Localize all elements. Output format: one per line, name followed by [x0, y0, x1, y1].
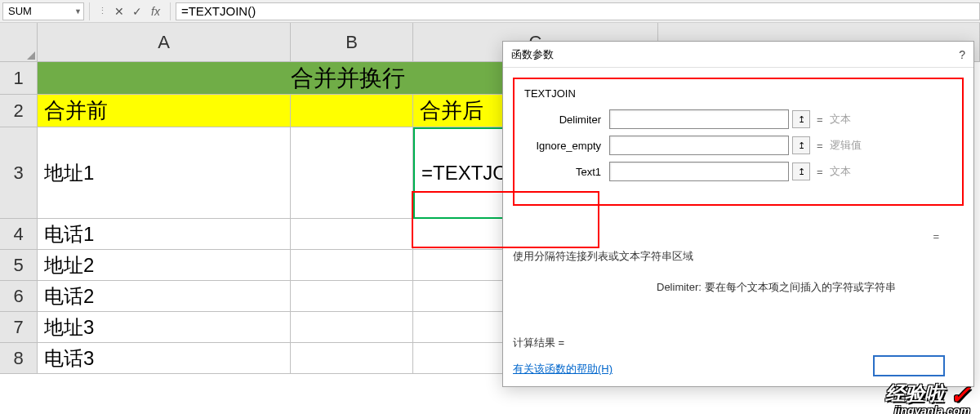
range-select-icon[interactable]: ↥: [792, 162, 810, 180]
result-equals: =: [513, 230, 964, 243]
row-header-5[interactable]: 5: [0, 250, 38, 281]
cell-b5[interactable]: [291, 250, 413, 281]
function-arguments-dialog[interactable]: 函数参数 ? TEXTJOIN Delimiter ↥ = 文本 Ignore_…: [502, 41, 974, 387]
arg-input-ignore-empty[interactable]: [609, 136, 789, 155]
cell-a3[interactable]: 地址1: [38, 127, 291, 219]
select-all-corner[interactable]: [0, 23, 38, 62]
row-header-1[interactable]: 1: [0, 62, 38, 95]
arg-row-ignore-empty: Ignore_empty ↥ = 逻辑值: [521, 136, 956, 155]
dialog-title-text: 函数参数: [511, 47, 554, 62]
col-header-b[interactable]: B: [291, 23, 413, 62]
argument-description: Delimiter: 要在每个文本项之间插入的字符或字符串: [513, 280, 964, 295]
cancel-formula-button[interactable]: ✕: [110, 5, 128, 18]
row-header-7[interactable]: 7: [0, 312, 38, 343]
cell-b3[interactable]: [291, 127, 413, 219]
row-header-4[interactable]: 4: [0, 219, 38, 250]
dialog-help-button[interactable]: ?: [959, 48, 965, 61]
separator: [89, 2, 90, 20]
arg-desc-label: Delimiter:: [657, 281, 702, 293]
function-help-link[interactable]: 有关该函数的帮助(H): [513, 363, 612, 375]
function-args-box: TEXTJOIN Delimiter ↥ = 文本 Ignore_empty ↥…: [513, 78, 964, 206]
arg-row-delimiter: Delimiter ↥ = 文本: [521, 109, 956, 129]
cell-b8[interactable]: [291, 343, 413, 374]
fx-label[interactable]: fx: [146, 5, 165, 18]
cell-a7[interactable]: 地址3: [38, 312, 291, 343]
arg-hint-ignore-empty: 逻辑值: [830, 138, 862, 153]
row-header-3[interactable]: 3: [0, 127, 38, 219]
formula-input[interactable]: =TEXTJOIN(): [176, 2, 980, 20]
watermark-sub: jingyanla.com: [894, 404, 970, 414]
arg-label-text1: Text1: [521, 166, 609, 178]
cell-b7[interactable]: [291, 312, 413, 343]
function-name: TEXTJOIN: [521, 87, 956, 100]
arg-input-text1[interactable]: [609, 162, 789, 181]
separator: [170, 2, 171, 20]
arg-hint-text1: 文本: [830, 164, 851, 179]
cell-a8[interactable]: 电话3: [38, 343, 291, 374]
col-header-a[interactable]: A: [38, 23, 291, 62]
dialog-body: TEXTJOIN Delimiter ↥ = 文本 Ignore_empty ↥…: [503, 68, 973, 386]
arg-desc-text: 要在每个文本项之间插入的字符或字符串: [702, 281, 896, 293]
cell-b2[interactable]: [291, 95, 413, 127]
name-box[interactable]: SUM ▼: [2, 2, 84, 20]
range-select-icon[interactable]: ↥: [792, 110, 810, 128]
cell-a6[interactable]: 电话2: [38, 281, 291, 312]
arg-label-ignore-empty: Ignore_empty: [521, 140, 609, 152]
arg-hint-delimiter: 文本: [830, 112, 851, 127]
equals-sign: =: [810, 114, 830, 126]
dialog-titlebar[interactable]: 函数参数 ?: [503, 42, 973, 68]
name-box-dropdown-icon[interactable]: ▼: [74, 7, 82, 16]
row-header-8[interactable]: 8: [0, 343, 38, 374]
calculation-result: 计算结果 =: [513, 336, 964, 350]
drag-handle-icon[interactable]: ⋮: [95, 6, 110, 16]
arg-input-delimiter[interactable]: [609, 109, 789, 129]
formula-bar: SUM ▼ ⋮ ✕ ✓ fx =TEXTJOIN(): [0, 0, 980, 23]
equals-sign: =: [810, 140, 830, 152]
ok-button-outline[interactable]: [873, 355, 945, 376]
cell-b6[interactable]: [291, 281, 413, 312]
cell-a4[interactable]: 电话1: [38, 219, 291, 250]
row-header-6[interactable]: 6: [0, 281, 38, 312]
row-header-2[interactable]: 2: [0, 95, 38, 127]
range-select-icon[interactable]: ↥: [792, 136, 810, 154]
cell-a2[interactable]: 合并前: [38, 95, 291, 127]
watermark-text: 经验啦: [885, 382, 944, 404]
confirm-formula-button[interactable]: ✓: [128, 5, 146, 18]
arg-row-text1: Text1 ↥ = 文本: [521, 162, 956, 181]
formula-text: =TEXTJOIN(): [181, 4, 256, 18]
function-description: 使用分隔符连接列表或文本字符串区域: [513, 249, 964, 264]
equals-sign: =: [810, 166, 830, 178]
cell-b4[interactable]: [291, 219, 413, 250]
name-box-value: SUM: [8, 5, 32, 17]
cell-a5[interactable]: 地址2: [38, 250, 291, 281]
arg-label-delimiter: Delimiter: [521, 114, 609, 126]
